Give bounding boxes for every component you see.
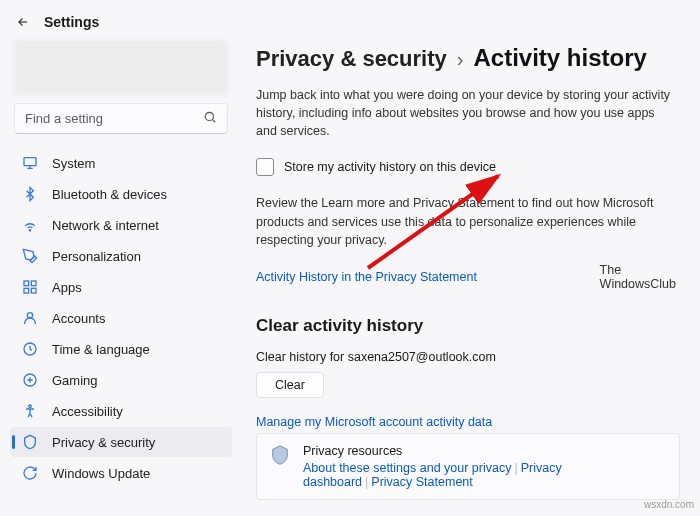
sidebar-item-accounts[interactable]: Accounts: [10, 303, 232, 333]
svg-rect-4: [31, 281, 36, 286]
breadcrumb: Privacy & security › Activity history: [256, 44, 680, 72]
svg-rect-5: [24, 288, 29, 293]
svg-point-2: [29, 230, 30, 231]
wifi-icon: [22, 217, 38, 233]
user-profile-blurred: [14, 40, 228, 95]
store-history-setting[interactable]: Store my activity history on this device: [256, 158, 680, 176]
sidebar-item-system[interactable]: System: [10, 148, 232, 178]
watermark: wsxdn.com: [644, 499, 694, 510]
system-icon: [22, 155, 38, 171]
resources-links: About these settings and your privacy|Pr…: [303, 461, 667, 489]
sidebar-item-personalization[interactable]: Personalization: [10, 241, 232, 271]
sidebar-item-label: Gaming: [52, 373, 98, 388]
sidebar-item-bluetooth[interactable]: Bluetooth & devices: [10, 179, 232, 209]
gaming-icon: [22, 372, 38, 388]
apps-icon: [22, 279, 38, 295]
resource-link-about[interactable]: About these settings and your privacy: [303, 461, 511, 475]
svg-point-0: [205, 112, 213, 120]
back-icon[interactable]: [16, 15, 30, 29]
shield-badge-icon: [269, 444, 291, 469]
svg-point-10: [29, 405, 32, 408]
manage-account-link[interactable]: Manage my Microsoft account activity dat…: [256, 415, 492, 429]
search-box[interactable]: [14, 103, 228, 134]
search-input[interactable]: [25, 111, 203, 126]
sidebar-item-label: Apps: [52, 280, 82, 295]
svg-rect-1: [24, 158, 36, 166]
sidebar-item-accessibility[interactable]: Accessibility: [10, 396, 232, 426]
sidebar-item-label: Bluetooth & devices: [52, 187, 167, 202]
windowsclub-watermark: The WindowsClub: [600, 263, 676, 292]
sidebar-item-time[interactable]: Time & language: [10, 334, 232, 364]
store-history-label: Store my activity history on this device: [284, 160, 496, 174]
shield-icon: [22, 434, 38, 450]
sidebar-item-label: Privacy & security: [52, 435, 155, 450]
sidebar-item-apps[interactable]: Apps: [10, 272, 232, 302]
sidebar-item-label: Time & language: [52, 342, 150, 357]
review-text: Review the Learn more and Privacy Statem…: [256, 194, 676, 248]
clock-icon: [22, 341, 38, 357]
update-icon: [22, 465, 38, 481]
header: Settings: [0, 0, 700, 40]
privacy-resources-card: Privacy resources About these settings a…: [256, 433, 680, 500]
page-title: Activity history: [473, 44, 646, 72]
sidebar-item-gaming[interactable]: Gaming: [10, 365, 232, 395]
accessibility-icon: [22, 403, 38, 419]
sidebar-item-label: Accounts: [52, 311, 105, 326]
sidebar-item-network[interactable]: Network & internet: [10, 210, 232, 240]
sidebar: System Bluetooth & devices Network & int…: [0, 40, 238, 516]
sidebar-item-label: Accessibility: [52, 404, 123, 419]
sidebar-item-label: Personalization: [52, 249, 141, 264]
user-icon: [22, 310, 38, 326]
sidebar-item-label: System: [52, 156, 95, 171]
svg-rect-6: [31, 288, 36, 293]
clear-history-account: Clear history for saxena2507@outlook.com: [256, 350, 680, 364]
bluetooth-icon: [22, 186, 38, 202]
svg-rect-3: [24, 281, 29, 286]
svg-point-7: [27, 313, 32, 318]
main-panel: Privacy & security › Activity history Ju…: [238, 40, 700, 516]
privacy-statement-link[interactable]: Activity History in the Privacy Statemen…: [256, 270, 477, 284]
breadcrumb-parent[interactable]: Privacy & security: [256, 46, 447, 72]
resources-title: Privacy resources: [303, 444, 667, 458]
sidebar-item-label: Network & internet: [52, 218, 159, 233]
sidebar-nav: System Bluetooth & devices Network & int…: [10, 148, 232, 488]
clear-history-heading: Clear activity history: [256, 316, 680, 336]
sidebar-item-privacy[interactable]: Privacy & security: [10, 427, 232, 457]
store-history-checkbox[interactable]: [256, 158, 274, 176]
paint-icon: [22, 248, 38, 264]
search-icon: [203, 110, 217, 127]
header-title: Settings: [44, 14, 99, 30]
resource-link-statement[interactable]: Privacy Statement: [371, 475, 472, 489]
sidebar-item-label: Windows Update: [52, 466, 150, 481]
chevron-right-icon: ›: [457, 48, 464, 71]
intro-text: Jump back into what you were doing on yo…: [256, 86, 676, 140]
clear-button[interactable]: Clear: [256, 372, 324, 398]
sidebar-item-update[interactable]: Windows Update: [10, 458, 232, 488]
